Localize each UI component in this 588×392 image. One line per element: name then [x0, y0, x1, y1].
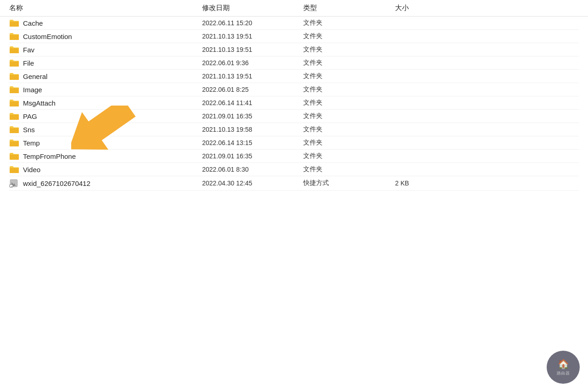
col-type-header[interactable]: 类型	[303, 4, 395, 12]
file-name-text: Sns	[23, 126, 35, 134]
table-row[interactable]: General2021.10.13 19:51文件夹	[9, 70, 579, 83]
file-name-cell: ➚ wxid_6267102670412	[9, 179, 202, 188]
file-type: 文件夹	[303, 45, 395, 54]
file-type: 文件夹	[303, 125, 395, 134]
file-type: 文件夹	[303, 112, 395, 120]
file-type: 文件夹	[303, 99, 395, 107]
file-name-cell: Fav	[9, 45, 202, 54]
col-size-header[interactable]: 大小	[395, 4, 464, 12]
folder-icon	[9, 19, 19, 27]
file-type: 快捷方式	[303, 179, 395, 187]
table-row[interactable]: Cache2022.06.11 15:20文件夹	[9, 17, 579, 30]
file-name-cell: File	[9, 59, 202, 67]
file-name-text: Fav	[23, 46, 34, 54]
folder-icon	[9, 125, 19, 134]
file-type: 文件夹	[303, 59, 395, 67]
file-type: 文件夹	[303, 72, 395, 80]
col-name-header[interactable]: 名称	[9, 4, 202, 12]
file-name-cell: CustomEmotion	[9, 32, 202, 40]
file-explorer: 名称 修改日期 类型 大小 Cache2022.06.11 15:20文件夹 C…	[0, 0, 588, 392]
folder-icon	[9, 112, 19, 120]
file-name-text: Temp	[23, 139, 40, 147]
folder-icon	[9, 59, 19, 67]
table-row[interactable]: Image2022.06.01 8:25文件夹	[9, 83, 579, 96]
folder-icon	[9, 152, 19, 160]
file-name-text: Cache	[23, 19, 43, 27]
folder-icon	[9, 45, 19, 54]
file-name-text: TempFromPhone	[23, 152, 76, 160]
file-name-cell: PAG	[9, 112, 202, 120]
file-date: 2022.06.11 15:20	[202, 19, 303, 27]
folder-icon	[9, 139, 19, 147]
file-type: 文件夹	[303, 152, 395, 160]
file-date: 2022.06.01 8:25	[202, 86, 303, 93]
file-date: 2022.04.30 12:45	[202, 179, 303, 187]
folder-icon	[9, 32, 19, 40]
file-name-text: General	[23, 73, 47, 80]
file-type: 文件夹	[303, 19, 395, 27]
file-type: 文件夹	[303, 139, 395, 147]
file-name-cell: MsgAttach	[9, 99, 202, 107]
file-date: 2022.06.01 8:30	[202, 166, 303, 173]
table-row[interactable]: MsgAttach2022.06.14 11:41文件夹	[9, 96, 579, 110]
folder-icon	[9, 99, 19, 107]
file-name-cell: TempFromPhone	[9, 152, 202, 160]
file-name-text: Video	[23, 166, 40, 174]
file-name-cell: Cache	[9, 19, 202, 27]
file-name-text: MsgAttach	[23, 99, 56, 107]
col-date-header[interactable]: 修改日期	[202, 4, 303, 12]
file-date: 2021.10.13 19:51	[202, 33, 303, 40]
svg-text:➚: ➚	[11, 185, 12, 188]
file-name-text: PAG	[23, 112, 37, 120]
file-type: 文件夹	[303, 165, 395, 174]
folder-icon	[9, 165, 19, 174]
file-name-text: File	[23, 59, 34, 67]
watermark-icon: 🏠	[558, 358, 569, 370]
file-size: 2 KB	[395, 179, 464, 187]
table-row[interactable]: Temp2022.06.14 13:15文件夹	[9, 136, 579, 150]
file-date: 2021.10.13 19:51	[202, 46, 303, 53]
folder-icon	[9, 85, 19, 94]
file-date: 2021.10.13 19:51	[202, 73, 303, 80]
table-row[interactable]: PAG2021.09.01 16:35文件夹	[9, 110, 579, 123]
file-name-cell: General	[9, 72, 202, 80]
file-name-cell: Temp	[9, 139, 202, 147]
file-date: 2021.09.01 16:35	[202, 112, 303, 120]
file-date: 2022.06.01 9:36	[202, 59, 303, 67]
shortcut-icon: ➚	[9, 179, 19, 188]
file-name-cell: Sns	[9, 125, 202, 134]
file-name-cell: Video	[9, 165, 202, 174]
table-header: 名称 修改日期 类型 大小	[0, 0, 588, 17]
folder-icon	[9, 72, 19, 80]
table-row[interactable]: Sns2021.10.13 19:58文件夹	[9, 123, 579, 136]
file-name-text: CustomEmotion	[23, 33, 72, 40]
file-type: 文件夹	[303, 85, 395, 94]
file-list: Cache2022.06.11 15:20文件夹 CustomEmotion20…	[0, 17, 588, 190]
file-date: 2021.09.01 16:35	[202, 152, 303, 160]
watermark: 🏠 路由器	[547, 351, 580, 384]
file-name-text: wxid_6267102670412	[23, 179, 90, 187]
watermark-label: 路由器	[557, 370, 570, 376]
table-row[interactable]: Video2022.06.01 8:30文件夹	[9, 163, 579, 176]
table-row[interactable]: ➚ wxid_62671026704122022.04.30 12:45快捷方式…	[9, 176, 579, 190]
table-row[interactable]: CustomEmotion2021.10.13 19:51文件夹	[9, 30, 579, 43]
table-row[interactable]: File2022.06.01 9:36文件夹	[9, 56, 579, 70]
file-name-cell: Image	[9, 85, 202, 94]
file-date: 2022.06.14 13:15	[202, 139, 303, 146]
file-name-text: Image	[23, 86, 42, 94]
table-row[interactable]: Fav2021.10.13 19:51文件夹	[9, 43, 579, 56]
file-date: 2021.10.13 19:58	[202, 126, 303, 133]
file-type: 文件夹	[303, 32, 395, 40]
table-row[interactable]: TempFromPhone2021.09.01 16:35文件夹	[9, 150, 579, 163]
file-date: 2022.06.14 11:41	[202, 99, 303, 106]
